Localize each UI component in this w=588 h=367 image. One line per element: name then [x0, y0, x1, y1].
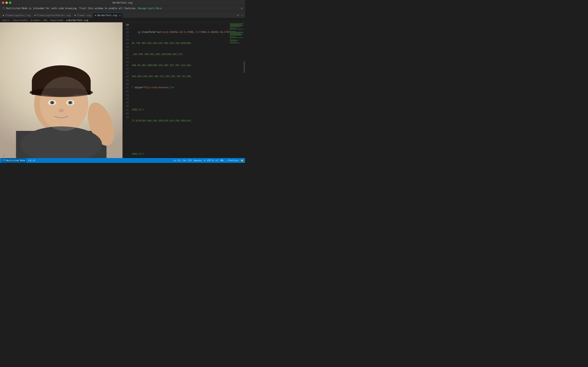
warning-icon: ⚠ [32, 159, 33, 162]
line-num: 39 [123, 79, 130, 82]
banner-close-button[interactable]: ✕ [241, 6, 243, 10]
tab-file-icon: ◆ [34, 14, 36, 17]
breadcrumb-robinrendle[interactable]: robinrendle [12, 19, 28, 22]
minimap-line [230, 37, 236, 37]
notification-bell[interactable]: 🔔 [241, 159, 244, 162]
gear-icon[interactable]: ⚙ [1, 153, 6, 158]
code-line: 73.979L394.499,296.305L416.824,296.305L4… [132, 119, 228, 123]
line-num: 29 [123, 42, 130, 45]
restricted-mode-status[interactable]: 🛡 Restricted Mode [1, 158, 26, 163]
tab-bar: ◆ FlowerLogoTest.svg ◆ FlowerLogoTestRas… [0, 11, 245, 18]
more-actions-button[interactable]: ⋯ [241, 13, 244, 17]
minimap-line [230, 33, 243, 33]
code-line: 404.604,293.642 406.537,292.333 407.35,2… [132, 75, 228, 79]
breadcrumb-current-file[interactable]: BorderTest.svg [68, 19, 88, 22]
tab-flowerlogotestraster[interactable]: ◆ FlowerLogoTestRaster.svg [33, 12, 73, 18]
encoding-label: UTF-8 [207, 159, 214, 162]
line-num: 47 [123, 108, 130, 112]
tab-close-button[interactable]: ✕ [119, 14, 121, 17]
line-num: 34 [123, 60, 130, 64]
language-status[interactable]: XML [220, 159, 224, 162]
line-num: 32 [123, 53, 130, 56]
breadcrumb-dropbox[interactable]: Dropbox [31, 19, 41, 22]
minimap-line [230, 37, 244, 38]
window-controls[interactable] [2, 1, 11, 4]
line-num: 30 [123, 45, 130, 49]
minimap-line [230, 36, 231, 36]
minimap-line [230, 25, 244, 25]
learn-more-link[interactable]: Learn More [148, 7, 162, 10]
line-num: 49 [123, 116, 130, 119]
line-numbers: 24 25 26 27 28 29 30 31 32 33 34 35 36 3… [123, 22, 130, 158]
language-label: XML [220, 159, 224, 162]
code-line: ,284.095 400.041,283.164L396.842,279. [132, 53, 228, 56]
split-editor-button[interactable]: ⊡ [236, 13, 239, 17]
line-num: 43 [123, 93, 130, 97]
tab-label: flower.svg [77, 14, 91, 17]
restricted-message: Restricted Mode is intended for safe cod… [6, 7, 137, 10]
breadcrumb-users[interactable]: Users [2, 19, 9, 22]
indentation-status[interactable]: Spaces: 4 [194, 159, 205, 162]
maximize-button[interactable] [9, 1, 11, 4]
line-num: 36 [123, 67, 130, 71]
minimap-line [230, 27, 231, 28]
minimap-line [230, 40, 237, 40]
line-num: 27 [123, 34, 130, 38]
scrollbar-thumb[interactable] [244, 61, 245, 73]
minimap-lines [229, 22, 245, 44]
line-ending-status[interactable]: LF [216, 159, 218, 162]
code-line: " style="fill-rule:nonzero;"/> [132, 86, 228, 90]
breadcrumb-downloads[interactable]: Downloads [51, 19, 63, 22]
tab-bordertest[interactable]: ◆ BorderTest.svg ✕ [93, 12, 123, 18]
minimap-line [230, 42, 237, 42]
close-button[interactable] [2, 1, 4, 4]
code-line [132, 130, 228, 134]
line-num: 42 [123, 90, 130, 93]
line-num: 35 [123, 64, 130, 67]
code-line: 1982.6)"> [132, 152, 228, 156]
minimap-line [230, 31, 236, 32]
tab-file-icon: ◆ [75, 14, 76, 17]
line-ending-label: LF [216, 159, 218, 162]
encoding-status[interactable]: UTF-8 [207, 159, 214, 162]
line-num: 38 [123, 75, 130, 79]
code-line: 92.738 404.665,294.026 402.425,294.026C3… [132, 42, 228, 45]
breadcrumb-mac[interactable]: Mac [43, 19, 48, 22]
minimap-line [230, 34, 243, 35]
formatter-status[interactable]: ✓ Prettier [226, 159, 239, 162]
line-num: 45 [123, 101, 130, 104]
minimap-line [230, 26, 240, 27]
minimap-line [230, 30, 231, 31]
code-line: 400.45,283.408C398.425,284.222 397.116,2… [132, 64, 228, 67]
line-num: 26 [123, 31, 130, 34]
code-line [132, 97, 228, 101]
error-count-status[interactable]: ✕ 0 ⚠ 0 [28, 159, 35, 162]
code-editor[interactable]: 24 25 26 27 28 29 30 31 32 33 34 35 36 3… [123, 22, 245, 158]
restricted-mode-label: Restricted Mode [6, 159, 25, 162]
minimize-button[interactable] [5, 1, 8, 4]
minimap [229, 22, 245, 158]
tab-flowerlogotest[interactable]: ◆ FlowerLogoTest.svg [1, 12, 33, 18]
status-left: 🛡 Restricted Mode ✕ 0 ⚠ 0 [1, 158, 35, 163]
breadcrumb-sep: › [42, 19, 43, 22]
code-line: 1982.6)"> [132, 108, 228, 112]
line-num: 31 [123, 49, 130, 53]
tab-bar-actions: ⊡ ⋯ [236, 13, 244, 18]
tab-flower[interactable]: ◆ flower.svg [73, 12, 93, 18]
cursor-position-status[interactable]: Ln 31, Col 175 [174, 159, 192, 162]
manage-link[interactable]: Manage [138, 7, 146, 10]
window-title: BorderTest.svg [113, 1, 132, 4]
minimap-line [230, 28, 236, 29]
breadcrumb-file-icon: ◆ [66, 19, 68, 22]
line-num: 40 [123, 82, 130, 86]
line-num: 24 [123, 23, 130, 27]
minimap-line [230, 26, 243, 26]
code-line: <g transform="matrix(3.16625e-16,5.17089… [132, 31, 228, 34]
code-content[interactable]: <g transform="matrix(3.16625e-16,5.17089… [130, 22, 229, 158]
bell-icon: 🔔 [241, 159, 244, 162]
minimap-line [230, 29, 244, 29]
breadcrumb-sep: › [64, 19, 66, 22]
minimap-line [230, 41, 239, 41]
scrollbar-track[interactable] [244, 22, 245, 158]
tab-label: FlowerLogoTestRaster.svg [37, 14, 70, 17]
